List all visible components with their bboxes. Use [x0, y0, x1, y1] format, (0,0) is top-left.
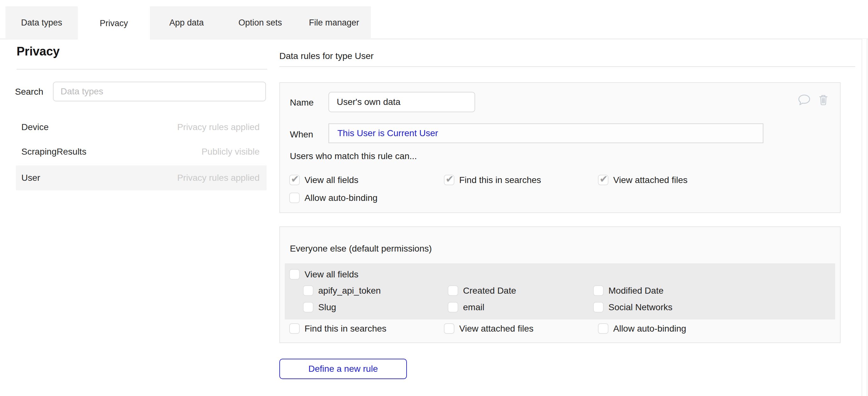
rules-header: Data rules for type User: [279, 51, 374, 61]
checkbox-label: Allow auto-binding: [305, 193, 377, 203]
checkbox-field-slug[interactable]: Slug: [303, 302, 336, 312]
type-row-user[interactable]: User Privacy rules applied: [16, 165, 267, 190]
tab-privacy[interactable]: Privacy: [78, 4, 150, 43]
type-status: Privacy rules applied: [177, 173, 259, 183]
checkbox-label: Created Date: [463, 286, 516, 296]
checkbox-icon: [598, 323, 609, 334]
checkbox-icon: [289, 323, 300, 334]
checkbox-icon: [289, 192, 300, 203]
checkbox-icon: [448, 285, 458, 296]
checkbox-allow-auto-binding-default[interactable]: Allow auto-binding: [598, 323, 686, 334]
checkbox-label: View all fields: [305, 175, 359, 185]
left-divider: [17, 69, 267, 69]
checkbox-label: Slug: [318, 302, 336, 312]
rule-card: Name When This User is Current User User…: [279, 82, 841, 213]
checkbox-icon: [444, 175, 455, 185]
checkbox-label: Find this in searches: [305, 324, 386, 334]
type-name: User: [21, 173, 40, 183]
checkbox-find-in-searches[interactable]: Find this in searches: [444, 175, 541, 185]
checkbox-label: Social Networks: [609, 302, 673, 312]
rule-card-actions: [798, 94, 829, 106]
checkbox-icon: [303, 285, 313, 296]
checkbox-icon: [303, 302, 313, 312]
checkbox-view-attached-files[interactable]: View attached files: [598, 175, 687, 185]
checkbox-field-social-networks[interactable]: Social Networks: [593, 302, 673, 312]
checkbox-view-attached-files-default[interactable]: View attached files: [444, 323, 533, 334]
type-status: Publicly visible: [202, 147, 259, 157]
type-status: Privacy rules applied: [177, 122, 259, 132]
when-condition-box[interactable]: This User is Current User: [329, 123, 764, 143]
checkbox-icon: [448, 302, 458, 312]
checkbox-field-created-date[interactable]: Created Date: [448, 285, 516, 296]
checkbox-view-all-fields[interactable]: View all fields: [289, 175, 359, 185]
name-label: Name: [290, 97, 314, 108]
tab-file-manager[interactable]: File manager: [297, 6, 371, 39]
when-condition-text: This User is Current User: [337, 128, 438, 139]
checkbox-icon: [593, 302, 603, 312]
checkbox-allow-auto-binding[interactable]: Allow auto-binding: [289, 192, 377, 203]
checkbox-label: apify_api_token: [318, 286, 381, 296]
checkbox-icon: [598, 175, 609, 185]
checkbox-label: Modified Date: [609, 286, 663, 296]
tab-option-sets[interactable]: Option sets: [223, 6, 297, 39]
checkbox-label: View all fields: [305, 269, 359, 280]
checkbox-label: View attached files: [613, 175, 687, 185]
type-name: ScrapingResults: [21, 147, 86, 157]
checkbox-label: Find this in searches: [459, 175, 541, 185]
tab-data-types[interactable]: Data types: [5, 6, 78, 39]
checkbox-field-modified-date[interactable]: Modified Date: [593, 285, 663, 296]
vertical-scrollbar[interactable]: [862, 39, 867, 396]
type-row-device[interactable]: Device Privacy rules applied: [16, 115, 267, 139]
type-row-scrapingresults[interactable]: ScrapingResults Publicly visible: [16, 139, 267, 164]
search-label: Search: [15, 87, 43, 97]
everyone-title: Everyone else (default permissions): [290, 244, 432, 254]
checkbox-icon: [289, 269, 300, 280]
rules-divider: [279, 66, 855, 67]
checkbox-label: Allow auto-binding: [613, 324, 686, 334]
type-name: Device: [21, 122, 49, 132]
trash-icon[interactable]: [818, 94, 829, 106]
page-title: Privacy: [17, 44, 60, 58]
checkbox-label: View attached files: [459, 324, 533, 334]
comment-icon[interactable]: [798, 94, 811, 106]
when-label: When: [290, 129, 313, 140]
rule-name-input[interactable]: [329, 92, 475, 112]
match-rule-text: Users who match this rule can...: [290, 151, 417, 161]
define-new-rule-button[interactable]: Define a new rule: [279, 359, 407, 379]
checkbox-icon: [444, 323, 455, 334]
checkbox-label: email: [463, 302, 485, 312]
checkbox-icon: [593, 285, 603, 296]
checkbox-field-apify-api-token[interactable]: apify_api_token: [303, 285, 381, 296]
everyone-card: Everyone else (default permissions) View…: [279, 226, 841, 343]
tabbar: Data types Privacy App data Option sets …: [5, 6, 371, 39]
search-input[interactable]: [53, 82, 266, 101]
checkbox-field-email[interactable]: email: [448, 302, 485, 312]
checkbox-icon: [289, 175, 300, 185]
checkbox-view-all-fields-default[interactable]: View all fields: [289, 269, 359, 280]
tab-app-data[interactable]: App data: [150, 6, 223, 39]
checkbox-find-in-searches-default[interactable]: Find this in searches: [289, 323, 386, 334]
